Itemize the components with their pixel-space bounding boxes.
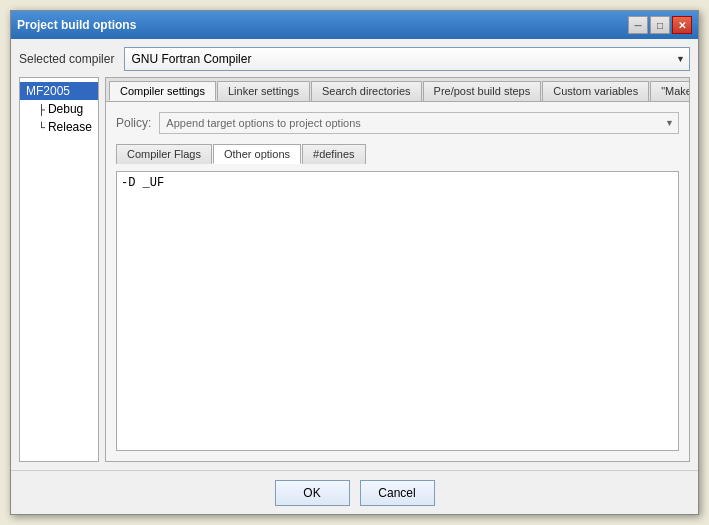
- main-window: Project build options ─ □ ✕ Selected com…: [10, 10, 699, 515]
- tree-item-mf2005[interactable]: MF2005: [20, 82, 98, 100]
- ok-button[interactable]: OK: [275, 480, 350, 506]
- tree-panel: MF2005 Debug Release: [19, 77, 99, 462]
- tab-content: Policy: Append target options to project…: [106, 102, 689, 461]
- compiler-dropdown-wrapper: GNU Fortran Compiler: [124, 47, 690, 71]
- compiler-dropdown[interactable]: GNU Fortran Compiler: [124, 47, 690, 71]
- editor-textarea[interactable]: -D _UF: [117, 172, 678, 450]
- tree-item-debug[interactable]: Debug: [20, 100, 98, 118]
- sub-tab-other-options[interactable]: Other options: [213, 144, 301, 164]
- policy-dropdown[interactable]: Append target options to project options: [159, 112, 679, 134]
- policy-row: Policy: Append target options to project…: [116, 112, 679, 134]
- compiler-label: Selected compiler: [19, 52, 114, 66]
- policy-label: Policy:: [116, 116, 151, 130]
- close-button[interactable]: ✕: [672, 16, 692, 34]
- main-content: MF2005 Debug Release Compiler settings L…: [19, 77, 690, 462]
- sub-tab-compiler-flags[interactable]: Compiler Flags: [116, 144, 212, 164]
- bottom-bar: OK Cancel: [11, 470, 698, 514]
- window-body: Selected compiler GNU Fortran Compiler M…: [11, 39, 698, 470]
- sub-tabs: Compiler Flags Other options #defines: [116, 142, 679, 164]
- window-title: Project build options: [17, 18, 136, 32]
- right-panel: Compiler settings Linker settings Search…: [105, 77, 690, 462]
- window-controls: ─ □ ✕: [628, 16, 692, 34]
- text-area-container: -D _UF: [116, 171, 679, 451]
- tab-linker-settings[interactable]: Linker settings: [217, 81, 310, 101]
- cancel-button[interactable]: Cancel: [360, 480, 435, 506]
- tab-compiler-settings[interactable]: Compiler settings: [109, 81, 216, 101]
- title-bar: Project build options ─ □ ✕: [11, 11, 698, 39]
- minimize-button[interactable]: ─: [628, 16, 648, 34]
- tab-custom-variables[interactable]: Custom variables: [542, 81, 649, 101]
- maximize-button[interactable]: □: [650, 16, 670, 34]
- compiler-section: Selected compiler GNU Fortran Compiler: [19, 47, 690, 71]
- tab-make-commands[interactable]: "Make" commands: [650, 81, 690, 101]
- tab-search-directories[interactable]: Search directories: [311, 81, 422, 101]
- main-tabs: Compiler settings Linker settings Search…: [106, 78, 689, 102]
- sub-tab-defines[interactable]: #defines: [302, 144, 366, 164]
- policy-dropdown-wrapper: Append target options to project options: [159, 112, 679, 134]
- tree-item-release[interactable]: Release: [20, 118, 98, 136]
- tab-pre-post-build[interactable]: Pre/post build steps: [423, 81, 542, 101]
